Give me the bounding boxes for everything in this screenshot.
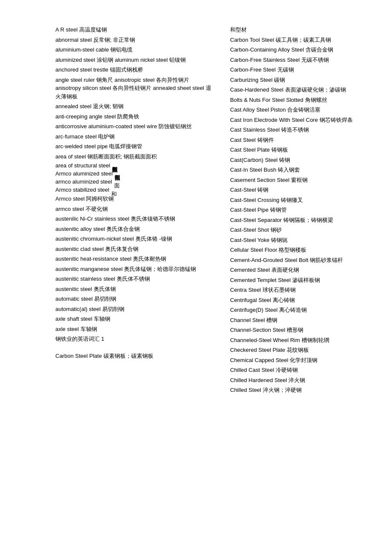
list-item: area of steel 钢筋断面面积; 钢筋截面面积	[55, 152, 213, 161]
list-item: austenitic alloy steel 奥氏体合金钢	[55, 225, 213, 233]
list-item: austenitic heat-resistance steel 奥氏体耐热钢	[55, 255, 213, 263]
list-item: armco aluminized steel 面	[55, 178, 213, 185]
list-item: Bolts & Nuts For Steel Slotted 角钢螺丝	[230, 96, 366, 104]
list-item: austenilic Ni-Cr stainless steel 奥氏体镍铬不锈…	[55, 215, 213, 223]
list-item: Cemented Steel 表面硬化钢	[230, 266, 366, 274]
list-item: Cast Alloy Steel Piston 合金铸钢活塞	[230, 106, 366, 114]
list-item: abnormal steel 反常钢; 非正常钢	[55, 36, 213, 44]
list-item: Carburizing Steel 碳钢	[230, 76, 366, 84]
list-item: Channel Steel 槽钢	[230, 316, 366, 325]
list-item: automatic(al) steel 易切削钢	[55, 305, 213, 313]
list-item: austenitic manganese steel 奥氏体锰钢；哈德菲尔德锰钢	[55, 265, 213, 273]
bottom-left-section: Carbon Steel Plate 碳素钢板；碳素钢板	[55, 352, 213, 360]
left-column: A R steel 高温度锰钢 abnormal steel 反常钢; 非正常钢…	[55, 26, 213, 396]
list-item: anti-creeping angle steel 防爬角铁	[55, 112, 213, 121]
list-item: A R steel 高温度锰钢	[55, 26, 213, 34]
list-item: Cast-Steel Shot 钢砂	[230, 226, 366, 234]
list-item: Cellular Steel Floor 格型钢楼板	[230, 246, 366, 254]
armco-aluminized-label2: armco aluminized steel	[55, 178, 112, 185]
list-item: Cast-In Steel Bush 铸入钢套	[230, 166, 366, 174]
list-item: Chilled Steel 淬火钢；淬硬钢	[230, 386, 366, 394]
list-item: arc-furnace steel 电炉钢	[55, 132, 213, 141]
list-item: Channel-Section Steel 槽形钢	[230, 326, 366, 334]
list-item: Cast-Steel Separator 铸钢隔板；铸钢横梁	[230, 216, 366, 224]
armco-aluminized-label1: Armco aluminized steel	[55, 170, 112, 177]
list-item: Casement Section Steel 窗框钢	[230, 176, 366, 184]
list-item: Channeled-Steel Wheel Rim 槽钢制轮辋	[230, 336, 366, 345]
list-item: austenitic stainless steel 奥氏体不锈钢	[55, 275, 213, 283]
list-item: Carbon Steel Plate 碳素钢板；碳素钢板	[55, 352, 213, 360]
list-item: axle shaft steel 车轴钢	[55, 315, 213, 323]
list-item: area of structural steel 型钢截面和	[55, 162, 213, 169]
list-item: Carbon-Free Stainless Steel 无碳不锈钢	[230, 56, 366, 64]
list-item: Armco stabilized steel 和	[55, 187, 213, 193]
list-item: Chilled Cast Steel 冷硬铸钢	[230, 366, 366, 374]
list-item: Case-Hardened Steel 表面渗碳硬化钢；渗碳钢	[230, 86, 366, 94]
list-item: 钢铁业的英语词汇 1	[55, 335, 213, 343]
list-item: austenitic steel 奥氏体钢	[55, 285, 213, 293]
list-item: Chemical Capped Steel 化学封顶钢	[230, 356, 366, 365]
list-item: Centrifugal Steel 离心铸钢	[230, 296, 366, 305]
list-item: aluminium-steel cable 钢铝电缆	[55, 46, 213, 54]
right-column: 和型材 Carbon Tool Steel 碳工具钢；碳素工具钢 Carbon-…	[230, 26, 366, 396]
list-item: aluminized steel 涂铝钢 aluminum nickel ste…	[55, 56, 213, 64]
area-structural-label: area of structural steel	[55, 162, 110, 169]
list-item: angle steel ruler 钢角尺 anisotropic steel …	[55, 76, 213, 101]
list-item: anchored steel trestle 锚固式钢栈桥	[55, 66, 213, 74]
list-item: axle steel 车轴钢	[55, 325, 213, 334]
list-item: Cast-Steel 铸钢	[230, 186, 366, 194]
list-item: arc-welded steel pipe 电弧焊接钢管	[55, 142, 213, 151]
list-item: Checkered Steel Plate 花纹钢板	[230, 346, 366, 354]
list-item: Centrifuge(D) Steel 离心铸造钢	[230, 306, 366, 314]
list-item: Carbon Tool Steel 碳工具钢；碳素工具钢	[230, 36, 366, 44]
list-item: Cast-Steel Yoke 铸钢轭	[230, 236, 366, 244]
list-item: Centra Steel 球状石墨铸钢	[230, 286, 366, 294]
list-item: Cast Stainless Steel 铸造不锈钢	[230, 126, 366, 134]
list-item: automatic steel 易切削钢	[55, 295, 213, 303]
list-item: Armco aluminized steel 型钢截面	[55, 170, 213, 177]
list-item: annealed steel 退火钢; 韧钢	[55, 102, 213, 111]
list-item: Carbon-Containing Alloy Steel 含碳合金钢	[230, 46, 366, 54]
list-item: Chilled Hardened Steel 淬火钢	[230, 376, 366, 385]
list-item: anticorrosive aluminium-coated steel wir…	[55, 122, 213, 131]
list-item: austenitic chromium-nickel steel 奥氏体铬 -镍…	[55, 235, 213, 243]
list-item: Cast Steel 铸钢件	[230, 136, 366, 144]
list-item: Cast(Carbon) Steel 铸钢	[230, 156, 366, 164]
armco-stabilized-label: Armco stabilized steel	[55, 187, 109, 193]
list-item: Cemented Templet Steel 渗碳样板钢	[230, 276, 366, 285]
list-item: Cast-Steel Crossing 铸钢辙叉	[230, 196, 366, 204]
list-item: Armco steel 阿姆柯软钢	[55, 195, 213, 203]
list-item: Cast Steel Plate 铸钢板	[230, 146, 366, 154]
list-item: Cast Iron Electrode With Steel Core 钢芯铸铁…	[230, 116, 366, 124]
list-item: Cast-Steel Pipe 铸钢管	[230, 206, 366, 214]
list-item: austenitic clad steel 奥氏体复合钢	[55, 245, 213, 253]
list-item: armco steel 不硬化钢	[55, 205, 213, 213]
list-item: 和型材	[230, 26, 366, 34]
list-item: Carbon-Free Steel 无碳钢	[230, 66, 366, 74]
list-item: Cement-And-Grouted Steel Bolt 钢筋砂浆锚杆	[230, 256, 366, 265]
